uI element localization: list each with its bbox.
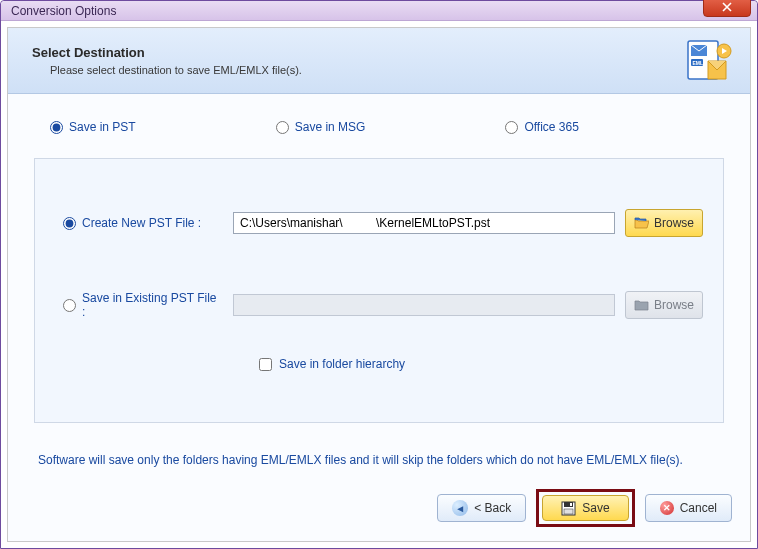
existing-pst-path-input — [233, 294, 615, 316]
radio-save-in-msg-input[interactable] — [276, 121, 289, 134]
footer-note: Software will save only the folders havi… — [38, 453, 724, 467]
radio-office-365[interactable]: Office 365 — [505, 120, 578, 134]
body: Save in PST Save in MSG Office 365 Creat… — [8, 94, 750, 477]
eml-file-icon: EML — [686, 39, 732, 83]
button-row: ◄ < Back Save ✕ Cancel — [8, 477, 750, 541]
back-button-label: < Back — [474, 501, 511, 515]
window-title: Conversion Options — [11, 4, 116, 18]
radio-existing-pst-input[interactable] — [63, 299, 76, 312]
close-button[interactable] — [703, 0, 751, 17]
banner-subtitle: Please select destination to save EML/EM… — [50, 64, 302, 76]
hierarchy-checkbox[interactable]: Save in folder hierarchy — [259, 357, 703, 371]
save-highlight: Save — [536, 489, 634, 527]
radio-create-new-pst[interactable]: Create New PST File : — [63, 216, 223, 230]
svg-text:EML: EML — [693, 59, 704, 65]
browse-existing-label: Browse — [654, 298, 694, 312]
back-button[interactable]: ◄ < Back — [437, 494, 526, 522]
radio-office-365-label: Office 365 — [524, 120, 578, 134]
browse-new-pst-button[interactable]: Browse — [625, 209, 703, 237]
hierarchy-checkbox-label: Save in folder hierarchy — [279, 357, 405, 371]
radio-existing-pst[interactable]: Save in Existing PST File : — [63, 291, 223, 319]
radio-save-in-pst[interactable]: Save in PST — [50, 120, 136, 134]
cancel-button-label: Cancel — [680, 501, 717, 515]
banner-title: Select Destination — [32, 45, 302, 60]
hierarchy-checkbox-input[interactable] — [259, 358, 272, 371]
existing-row: Save in Existing PST File : Browse — [63, 291, 703, 319]
svg-rect-7 — [570, 503, 572, 506]
radio-create-new-pst-label: Create New PST File : — [82, 216, 201, 230]
radio-create-new-pst-input[interactable] — [63, 217, 76, 230]
arrow-left-icon: ◄ — [452, 500, 468, 516]
radio-save-in-msg-label: Save in MSG — [295, 120, 366, 134]
radio-save-in-msg[interactable]: Save in MSG — [276, 120, 366, 134]
conversion-options-window: Conversion Options Select Destination Pl… — [0, 0, 758, 549]
browse-new-label: Browse — [654, 216, 694, 230]
titlebar: Conversion Options — [1, 1, 757, 21]
radio-office-365-input[interactable] — [505, 121, 518, 134]
new-pst-path-input[interactable] — [233, 212, 615, 234]
save-button-label: Save — [582, 501, 609, 515]
close-icon — [722, 2, 732, 12]
save-icon — [561, 501, 576, 516]
cancel-button[interactable]: ✕ Cancel — [645, 494, 732, 522]
save-button[interactable]: Save — [542, 495, 628, 521]
cancel-icon: ✕ — [660, 501, 674, 515]
browse-existing-pst-button: Browse — [625, 291, 703, 319]
banner: Select Destination Please select destina… — [8, 28, 750, 94]
format-radio-group: Save in PST Save in MSG Office 365 — [50, 120, 724, 158]
folder-icon — [634, 299, 649, 311]
pst-options-panel: Create New PST File : Browse Save — [34, 158, 724, 423]
radio-save-in-pst-input[interactable] — [50, 121, 63, 134]
folder-open-icon — [634, 217, 649, 229]
svg-rect-8 — [564, 509, 573, 514]
client-area: Select Destination Please select destina… — [7, 27, 751, 542]
radio-existing-pst-label: Save in Existing PST File : — [82, 291, 223, 319]
create-new-row: Create New PST File : Browse — [63, 209, 703, 237]
radio-save-in-pst-label: Save in PST — [69, 120, 136, 134]
